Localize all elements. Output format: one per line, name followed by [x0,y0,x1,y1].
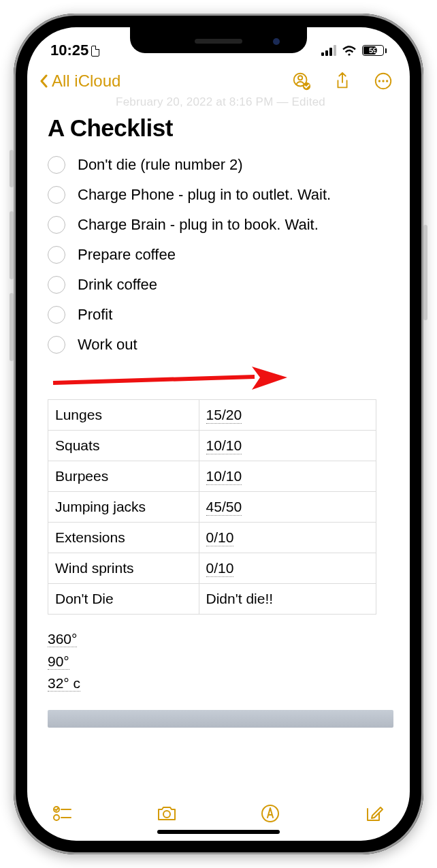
svg-line-7 [53,377,255,383]
table-row: Wind sprints0/10 [48,553,376,584]
note-body[interactable]: February 20, 2022 at 8:16 PM — Edited A … [27,94,410,790]
svg-point-6 [386,80,388,82]
home-indicator[interactable] [157,830,280,834]
checklist-label: Don't die (rule number 2) [78,156,243,174]
checklist-item[interactable]: Charge Brain - plug in to book. Wait. [48,210,393,240]
compose-icon[interactable] [363,803,385,824]
table-row: Don't DieDidn't die!! [48,584,376,615]
status-time: 10:25 [50,42,99,59]
table-row: Lunges15/20 [48,400,376,431]
chevron-left-icon [37,74,50,88]
markup-icon[interactable] [259,803,281,824]
checklist-item[interactable]: Charge Phone - plug in to outlet. Wait. [48,180,393,210]
wifi-icon [342,45,357,56]
svg-point-5 [382,80,384,82]
mute-switch [10,150,14,187]
table-row: Squats10/10 [48,431,376,461]
attached-image[interactable] [48,710,393,728]
checkbox-icon[interactable] [48,246,65,264]
svg-point-4 [378,80,381,82]
more-icon[interactable] [373,71,393,91]
checkbox-icon[interactable] [48,276,65,294]
checklist-label: Charge Brain - plug in to book. Wait. [78,216,319,234]
svg-point-13 [163,811,170,818]
checkbox-icon[interactable] [48,156,65,174]
volume-up [10,211,14,279]
volume-down [10,293,14,361]
checklist-icon[interactable] [52,803,74,824]
checkbox-icon[interactable] [48,306,65,324]
checklist-item[interactable]: Work out [48,330,393,360]
checklist-item[interactable]: Drink coffee [48,270,393,300]
table-row: Jumping jacks45/50 [48,492,376,523]
checklist-label: Prepare coffee [78,246,176,264]
checkbox-icon[interactable] [48,336,65,354]
battery-icon: 59 [362,45,387,56]
back-button[interactable]: All iCloud [37,72,120,91]
checklist-label: Work out [78,336,137,354]
svg-point-11 [54,815,59,820]
power-button [423,225,427,320]
checklist-item[interactable]: Profit [48,300,393,330]
share-icon[interactable] [332,71,353,91]
cellular-icon [321,45,336,56]
note-title: A Checklist [48,114,393,142]
collaborate-icon[interactable] [291,71,312,91]
checklist-label: Charge Phone - plug in to outlet. Wait. [78,186,331,204]
workout-table[interactable]: Lunges15/20 Squats10/10 Burpees10/10 Jum… [48,399,376,615]
checklist-item[interactable]: Don't die (rule number 2) [48,150,393,180]
svg-point-1 [298,76,302,80]
checklist: Don't die (rule number 2) Charge Phone -… [48,150,393,360]
checklist-label: Drink coffee [78,276,157,294]
degree-line: 90° [48,653,69,670]
checklist-item[interactable]: Prepare coffee [48,240,393,270]
notch [130,27,307,53]
degree-line: 360° [48,631,77,647]
annotation-arrow [48,362,393,397]
degrees-block[interactable]: 360° 90° 32° c [48,628,393,695]
device-frame: 10:25 59 All iCloud [14,14,423,854]
table-row: Extensions0/10 [48,523,376,553]
degree-line: 32° c [48,675,80,692]
nav-bar: All iCloud [27,64,410,94]
table-row: Burpees10/10 [48,461,376,492]
note-date: February 20, 2022 at 8:16 PM — Edited [48,95,393,109]
back-label: All iCloud [52,72,120,91]
checklist-label: Profit [78,306,112,324]
checkbox-icon[interactable] [48,186,65,204]
svg-point-2 [303,82,310,90]
checkbox-icon[interactable] [48,216,65,234]
svg-marker-8 [252,367,287,390]
camera-icon[interactable] [156,803,178,824]
sim-icon [91,46,99,57]
